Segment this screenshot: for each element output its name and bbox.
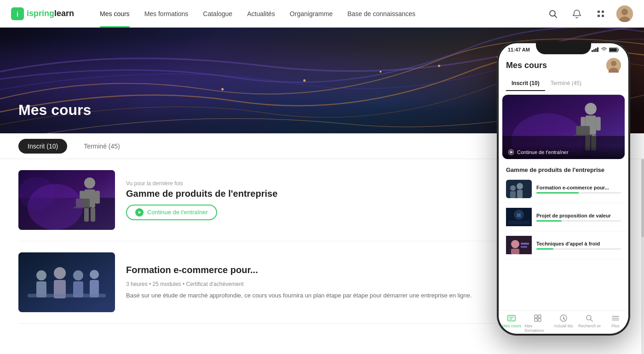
phone-list-info-1: Formation e-commerce pour... (536, 185, 621, 194)
phone-play-icon (508, 149, 514, 155)
svg-rect-7 (602, 15, 604, 17)
svg-point-14 (438, 65, 440, 67)
phone-list: Formation e-commerce pour... M (499, 175, 628, 310)
phone-header: Mes cours (499, 54, 628, 76)
phone-list-thumb-2: M (506, 208, 532, 226)
svg-point-9 (621, 9, 628, 15)
svg-rect-78 (508, 315, 515, 321)
svg-point-33 (36, 270, 46, 280)
svg-rect-45 (597, 47, 598, 52)
phone-nav-actualites-icon (559, 314, 568, 323)
nav-base-connaissances[interactable]: Base de connaissances (340, 0, 423, 28)
phone-list-item-2[interactable]: M Projet de proposition de valeur (499, 203, 628, 231)
course-meta-2: 3 heures • 25 modules • Certificat d'ach… (126, 281, 532, 287)
scroll-thumb (641, 159, 644, 237)
nav-mes-cours[interactable]: Mes cours (92, 0, 137, 28)
phone-hero-card[interactable]: Continue de t'entraîner (502, 95, 625, 159)
svg-rect-66 (517, 190, 523, 198)
svg-rect-24 (84, 208, 89, 222)
svg-rect-59 (576, 126, 590, 135)
scroll-indicator (641, 159, 644, 354)
svg-rect-56 (596, 117, 601, 131)
svg-point-37 (73, 270, 83, 280)
svg-rect-80 (538, 315, 541, 318)
svg-rect-82 (538, 319, 541, 321)
course-title-2: Formation e-commerce pour... (126, 265, 532, 275)
phone-tabs: Inscrit (10) Terminé (45) (499, 76, 628, 91)
logo-text: ispringlearn (27, 9, 74, 18)
svg-rect-43 (593, 49, 595, 52)
svg-rect-42 (592, 50, 593, 52)
phone-nav-actualites[interactable]: Actuali tés (551, 314, 576, 333)
phone-nav-rechercher[interactable]: Recherch er (576, 314, 602, 333)
user-avatar[interactable] (616, 6, 633, 22)
svg-rect-25 (91, 208, 95, 222)
svg-text:M: M (517, 213, 521, 218)
svg-line-3 (555, 15, 557, 17)
svg-rect-5 (602, 11, 604, 13)
phone-inner: 11:47 AM (499, 43, 628, 334)
phone-list-thumb-3 (506, 236, 532, 254)
svg-rect-68 (510, 191, 516, 198)
phone-list-name-2: Projet de proposition de valeur (536, 213, 621, 218)
play-icon (135, 208, 144, 217)
phone-list-progress-3 (536, 248, 621, 250)
svg-rect-32 (18, 252, 115, 312)
navbar: i ispringlearn Mes cours Mes formations … (0, 0, 644, 28)
phone-nav-search-icon (585, 314, 594, 323)
nav-organigramme[interactable]: Organigramme (282, 0, 340, 28)
phone-title: Mes cours (506, 61, 547, 70)
nav-catalogue[interactable]: Catalogue (196, 0, 240, 28)
signal-icon (592, 47, 599, 52)
course-info-1: Vu pour la dernière fois Gamme de produi… (126, 180, 532, 220)
svg-point-39 (90, 270, 99, 279)
svg-rect-23 (95, 191, 100, 204)
svg-rect-4 (598, 11, 600, 13)
nav-mes-formations[interactable]: Mes formations (137, 0, 196, 28)
logo[interactable]: i ispringlearn (11, 7, 74, 20)
phone-hero-btn[interactable]: Continue de t'entraîner (508, 149, 619, 155)
bell-icon[interactable] (569, 6, 585, 22)
nav-links: Mes cours Mes formations Catalogue Actua… (92, 0, 423, 28)
svg-point-74 (511, 240, 519, 248)
phone-list-progress-fill-2 (536, 220, 562, 222)
phone-tab-termine[interactable]: Terminé (45) (545, 76, 587, 91)
phone-list-info-3: Techniques d'appel à froid (536, 241, 621, 250)
svg-rect-75 (511, 249, 519, 254)
nav-right (545, 6, 633, 22)
svg-point-35 (54, 267, 66, 279)
svg-point-13 (380, 71, 381, 73)
phone-hero-overlay: Continue de t'entraîner (502, 145, 625, 159)
course-last-seen: Vu pour la dernière fois (126, 180, 532, 187)
svg-point-49 (611, 61, 616, 66)
phone-hero-course-title: Gamme de produits de l'entreprise (499, 163, 628, 175)
phone-list-item-3[interactable]: Techniques d'appel à froid (499, 231, 628, 259)
svg-point-65 (517, 183, 523, 189)
phone-status-right (592, 47, 619, 52)
tab-termine[interactable]: Terminé (45) (75, 139, 129, 154)
svg-rect-79 (535, 315, 537, 318)
phone-list-name-3: Techniques d'appel à froid (536, 241, 621, 246)
phone-nav-mes-formations[interactable]: Mes formations (524, 314, 550, 333)
search-icon[interactable] (545, 6, 561, 22)
svg-point-53 (585, 103, 597, 115)
phone-avatar[interactable] (606, 58, 621, 73)
svg-rect-76 (521, 243, 529, 245)
svg-point-29 (18, 177, 55, 209)
course-thumb-2[interactable] (18, 252, 115, 312)
tab-inscrit[interactable]: Inscrit (10) (18, 139, 67, 154)
course-info-2: Formation e-commerce pour... 3 heures • … (126, 265, 532, 300)
svg-point-11 (221, 88, 224, 91)
svg-rect-60 (574, 135, 592, 136)
phone-list-progress-2 (536, 220, 621, 222)
continue-button-1[interactable]: Continue de t'entraîner (126, 205, 217, 220)
svg-rect-81 (535, 319, 537, 321)
phone-list-info-2: Projet de proposition de valeur (536, 213, 621, 222)
svg-line-84 (591, 320, 592, 321)
nav-actualites[interactable]: Actualités (240, 0, 282, 28)
grid-icon[interactable] (592, 6, 609, 22)
phone-list-item-1[interactable]: Formation e-commerce pour... (499, 175, 628, 203)
logo-icon: i (11, 7, 24, 20)
phone-tab-inscrit[interactable]: Inscrit (10) (506, 76, 545, 91)
course-thumb-1[interactable] (18, 170, 115, 230)
